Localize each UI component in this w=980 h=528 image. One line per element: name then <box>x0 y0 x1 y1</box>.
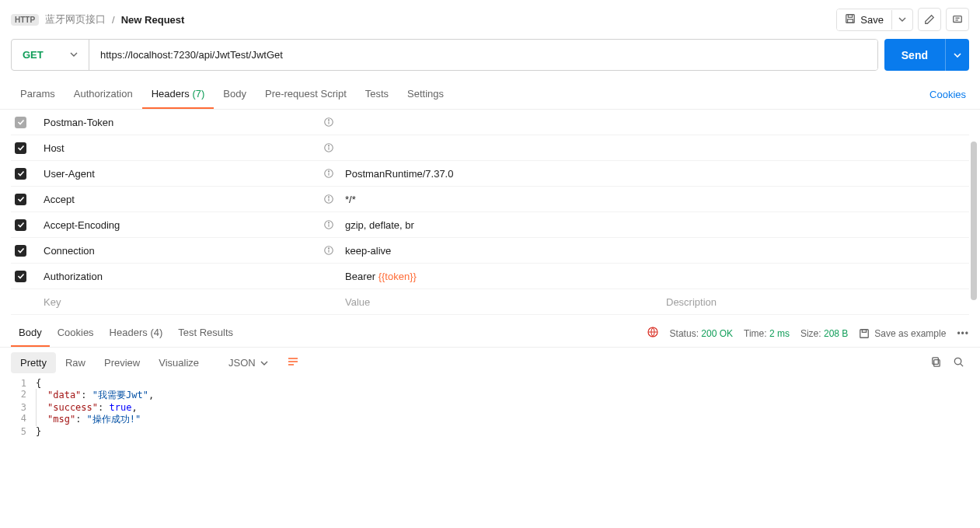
header-value[interactable]: keep-alive <box>345 245 666 257</box>
breadcrumb-current: New Request <box>121 14 185 26</box>
svg-rect-1 <box>849 14 853 17</box>
header-row[interactable]: Host <box>11 135 969 161</box>
save-as-example-button[interactable]: Save as example <box>859 328 946 339</box>
svg-rect-3 <box>954 16 962 23</box>
tab-headers-count: (7) <box>192 88 204 100</box>
header-key[interactable]: User-Agent <box>44 168 323 180</box>
edit-button[interactable] <box>918 8 941 31</box>
header-row[interactable]: Accept*/* <box>11 187 969 212</box>
header-checkbox[interactable] <box>15 219 26 231</box>
network-warning-icon[interactable] <box>647 326 659 341</box>
svg-point-8 <box>328 120 329 121</box>
info-icon[interactable] <box>323 117 345 128</box>
svg-rect-26 <box>863 329 867 332</box>
code-line: 3"success": true, <box>11 402 969 413</box>
header-row[interactable]: AuthorizationBearer {{token}} <box>11 264 969 289</box>
comment-button[interactable] <box>946 8 969 31</box>
lang-select[interactable]: JSON <box>221 352 276 373</box>
header-checkbox[interactable] <box>15 271 26 282</box>
header-key[interactable]: Connection <box>44 245 323 257</box>
time-meta: Time: 2 ms <box>744 328 790 339</box>
send-dropdown[interactable] <box>945 39 969 71</box>
save-dropdown[interactable] <box>891 10 912 30</box>
breadcrumb-folder[interactable]: 蓝牙网页接口 <box>45 12 106 26</box>
save-icon <box>845 13 856 26</box>
tab-settings[interactable]: Settings <box>398 80 453 109</box>
code-line: 2"data": "我需要Jwt", <box>11 389 969 402</box>
header-desc-placeholder[interactable]: Description <box>666 296 969 308</box>
size-meta: Size: 208 B <box>800 328 848 339</box>
tab-authorization[interactable]: Authorization <box>65 80 142 109</box>
header-checkbox[interactable] <box>15 168 26 180</box>
breadcrumb: 蓝牙网页接口 / New Request <box>45 12 184 26</box>
header-key[interactable]: Authorization <box>44 271 323 282</box>
header-row-new[interactable]: KeyValueDescription <box>11 289 969 315</box>
method-label: GET <box>23 49 44 61</box>
info-icon[interactable] <box>323 245 345 256</box>
send-label: Send <box>902 49 928 61</box>
svg-line-33 <box>961 363 963 365</box>
header-row[interactable]: Postman-Token <box>11 110 969 135</box>
header-row[interactable]: User-AgentPostmanRuntime/7.37.0 <box>11 161 969 187</box>
header-key-placeholder[interactable]: Key <box>44 296 323 308</box>
header-key[interactable]: Accept-Encoding <box>44 219 323 231</box>
header-value[interactable]: PostmanRuntime/7.37.0 <box>345 168 666 180</box>
tab-headers-label: Headers <box>152 88 190 100</box>
resp-tab-body[interactable]: Body <box>11 320 50 347</box>
url-input[interactable] <box>89 40 877 70</box>
header-value[interactable]: Bearer {{token}} <box>345 271 666 282</box>
view-raw[interactable]: Raw <box>56 352 95 373</box>
copy-icon[interactable] <box>930 356 942 370</box>
info-icon[interactable] <box>323 219 345 230</box>
header-row[interactable]: Accept-Encodinggzip, deflate, br <box>11 212 969 238</box>
method-select[interactable]: GET <box>12 40 89 70</box>
info-icon[interactable] <box>323 142 345 153</box>
headers-table: Postman-TokenHostUser-AgentPostmanRuntim… <box>0 110 980 315</box>
svg-rect-30 <box>934 359 940 365</box>
resp-tab-testresults[interactable]: Test Results <box>170 320 241 347</box>
resp-tab-headers[interactable]: Headers (4) <box>102 320 171 347</box>
status-meta: Status: 200 OK <box>670 328 733 339</box>
tab-headers[interactable]: Headers (7) <box>142 80 214 109</box>
header-value[interactable]: */* <box>345 194 666 205</box>
save-group: Save <box>836 9 913 31</box>
header-key[interactable]: Accept <box>44 194 323 205</box>
tab-body[interactable]: Body <box>214 80 256 109</box>
tab-params[interactable]: Params <box>11 80 65 109</box>
view-preview[interactable]: Preview <box>95 352 149 373</box>
resp-tab-cookies[interactable]: Cookies <box>50 320 102 347</box>
svg-point-23 <box>328 248 329 249</box>
save-button[interactable]: Save <box>837 9 891 30</box>
tab-prerequest[interactable]: Pre-request Script <box>256 80 356 109</box>
scrollbar[interactable] <box>971 142 977 300</box>
header-key[interactable]: Postman-Token <box>44 117 323 128</box>
response-body-code[interactable]: 1{2"data": "我需要Jwt",3"success": true,4"m… <box>0 378 980 468</box>
svg-point-17 <box>328 197 329 198</box>
code-line: 4"msg": "操作成功!" <box>11 413 969 426</box>
header-checkbox[interactable] <box>15 245 26 257</box>
wrap-lines-icon[interactable] <box>287 355 299 370</box>
more-icon[interactable]: ••• <box>957 328 969 339</box>
chevron-down-icon <box>70 49 78 61</box>
info-icon[interactable] <box>323 168 345 179</box>
code-line: 5} <box>11 426 969 437</box>
tab-tests[interactable]: Tests <box>356 80 398 109</box>
cookies-link[interactable]: Cookies <box>926 81 969 108</box>
header-value[interactable]: gzip, deflate, br <box>345 219 666 231</box>
header-checkbox[interactable] <box>15 194 26 205</box>
header-value-placeholder[interactable]: Value <box>345 296 666 308</box>
view-pretty[interactable]: Pretty <box>11 352 56 373</box>
info-icon[interactable] <box>323 194 345 205</box>
header-row[interactable]: Connectionkeep-alive <box>11 238 969 264</box>
view-visualize[interactable]: Visualize <box>149 352 208 373</box>
search-icon[interactable] <box>953 356 964 370</box>
svg-point-14 <box>328 171 329 172</box>
svg-rect-25 <box>860 329 869 337</box>
save-label: Save <box>860 14 884 26</box>
svg-rect-31 <box>933 357 939 363</box>
svg-point-20 <box>328 222 329 223</box>
header-checkbox[interactable] <box>15 117 26 128</box>
header-key[interactable]: Host <box>44 142 323 154</box>
header-checkbox[interactable] <box>15 142 26 154</box>
send-button[interactable]: Send <box>884 39 945 71</box>
